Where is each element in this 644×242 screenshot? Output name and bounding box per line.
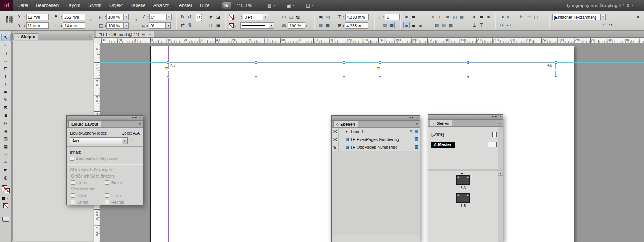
clear-overrides-button[interactable]: □ <box>288 14 294 20</box>
pin-top-checkbox[interactable] <box>71 193 75 198</box>
redo-button[interactable]: ↷ <box>608 22 614 28</box>
masters-scrollbar[interactable] <box>498 127 503 169</box>
effects-menu[interactable]: fx. <box>296 15 300 20</box>
frame-handle[interactable] <box>555 69 557 71</box>
wrap-jump-button[interactable]: ▥ <box>318 22 324 28</box>
frame-handle[interactable] <box>555 61 557 64</box>
panel-menu-icon[interactable]: ≡ <box>89 35 91 39</box>
frame-handle[interactable] <box>555 76 557 78</box>
document-tab[interactable]: *B-1-CS6.indd @ 110 % × <box>96 31 154 37</box>
tab-skripte[interactable]: ◇ Skripte <box>14 33 38 40</box>
wrap-below-button[interactable]: ▦ <box>325 22 331 28</box>
pin-right-checkbox[interactable] <box>105 200 109 204</box>
pages-scrollbar[interactable]: ▲ <box>498 171 503 242</box>
width-field[interactable]: B: ▲▼ 252 mm <box>55 13 85 21</box>
select-content-button[interactable]: ◪ <box>215 14 222 20</box>
rectangle-frame-tool[interactable]: ⊠ <box>1 104 11 111</box>
type-tool[interactable]: T <box>1 73 11 80</box>
rotate-cw-button[interactable]: ↻ <box>179 14 186 20</box>
chevron-down-icon[interactable]: ▼ <box>124 14 129 20</box>
indent-right-button[interactable]: ⇥ <box>499 14 505 20</box>
shear-field[interactable]: ▱ ▲▼ 0° ▼ <box>142 22 171 29</box>
layer-lock-cell[interactable] <box>339 143 344 151</box>
gutter-field[interactable]: ⊞ ▲▼ 4,233 m <box>338 22 368 29</box>
master-row[interactable]: [Ohne] <box>428 129 503 139</box>
close-icon[interactable]: × <box>417 116 418 119</box>
indent-last-line-button[interactable]: ↤ <box>506 22 512 28</box>
layer-visibility-toggle[interactable] <box>332 135 339 143</box>
scale-y-field[interactable]: ◱ ▲▼ 100 % ▼ <box>99 22 129 29</box>
scale-y-input[interactable]: 100 % <box>106 22 124 29</box>
panel-menu-icon[interactable]: ≡ <box>139 122 141 126</box>
stepper-icon[interactable]: ▲▼ <box>383 16 385 19</box>
layer-row[interactable]: TF-EvenPages-Numbering <box>332 135 420 143</box>
pencil-tool[interactable]: ✎ <box>1 96 11 103</box>
text-align-right-button[interactable]: ≡ <box>485 14 491 20</box>
menu-hilfe[interactable]: Hilfe <box>196 0 213 11</box>
indent-first-line-button[interactable]: ↦ <box>499 22 505 28</box>
layer-visibility-toggle[interactable] <box>332 128 339 135</box>
cell-style-3-button[interactable]: ▦ <box>448 22 454 28</box>
liquid-rule-select[interactable]: Aus ▼ <box>70 137 128 144</box>
control-panel-menu-icon[interactable]: ≡ <box>635 14 641 20</box>
chevron-down-icon[interactable]: ▼ <box>166 22 171 29</box>
view-mode-button[interactable] <box>2 217 9 222</box>
page-tool[interactable]: ▯ <box>1 50 11 57</box>
fill-none-swatch[interactable] <box>229 23 234 28</box>
apply-none-button[interactable] <box>3 203 8 208</box>
object-style-button[interactable]: ⊡ <box>281 14 287 20</box>
frame-handle[interactable] <box>379 61 381 64</box>
spread-item[interactable]: AA4-5 <box>456 193 470 208</box>
row-above-button[interactable]: ⊟ <box>438 14 444 20</box>
wrap-none-button[interactable]: ▣ <box>318 14 324 20</box>
frame-handle[interactable] <box>379 76 381 78</box>
stepper-icon[interactable]: ▲▼ <box>24 16 26 19</box>
chevron-down-icon[interactable]: ▼ <box>269 22 274 29</box>
valign-top-text-button[interactable]: ⊥ <box>471 22 477 28</box>
master-row[interactable]: A-Master <box>428 139 503 149</box>
width-input[interactable]: 252 mm <box>63 14 85 20</box>
layer-selected-indicator[interactable] <box>415 145 418 149</box>
select-container-button[interactable]: ◩ <box>208 14 215 20</box>
stepper-icon[interactable]: ▲▼ <box>60 24 62 27</box>
panel-titlebar[interactable]: ◄◄ × <box>428 115 503 120</box>
collapse-panel-icon[interactable]: ◄◄ <box>131 116 137 119</box>
fill-color-well[interactable]: › <box>229 22 236 30</box>
pin-bottom-checkbox[interactable] <box>71 200 75 204</box>
margin-guide[interactable] <box>556 46 556 242</box>
frame-handle[interactable] <box>167 61 169 64</box>
columns-field[interactable]: ◫ ▲▼ 1 <box>378 13 400 21</box>
vertical-align-top-button[interactable]: ▤ <box>381 22 388 28</box>
previous-object-button[interactable]: ◫ <box>208 22 215 28</box>
disclosure-icon[interactable]: ▾ <box>346 130 348 133</box>
stepper-icon[interactable]: ▲▼ <box>241 16 243 19</box>
align-right-button[interactable]: ≡ <box>417 22 424 28</box>
constrain-dimensions-icon[interactable]: ∞ <box>89 19 93 21</box>
stepper-icon[interactable]: ▲▼ <box>342 24 344 27</box>
chevron-down-icon[interactable]: ▼ <box>601 14 606 20</box>
layer-visibility-toggle[interactable] <box>332 143 339 151</box>
spread-item[interactable]: AA2-3 <box>456 175 470 190</box>
gradient-feather-tool[interactable]: ▦ <box>1 143 11 150</box>
close-icon[interactable]: × <box>149 32 151 36</box>
stepper-icon[interactable]: ▲▼ <box>343 16 345 19</box>
close-icon[interactable]: × <box>140 116 141 119</box>
line-tool[interactable]: \ <box>1 81 11 88</box>
stroke-weight-input[interactable]: 0 Pt <box>243 14 263 20</box>
y-position-field[interactable]: Y: ▲▼ 11 mm <box>18 22 49 29</box>
layer-row[interactable]: TF-OddPages-Numbering <box>332 143 420 151</box>
height-input[interactable]: 14 mm <box>63 22 85 29</box>
direct-selection-tool[interactable]: ↖ <box>1 42 11 49</box>
rotation-field[interactable]: ∠ ▲▼ 0° ▼ <box>142 13 172 21</box>
text-frame-inport[interactable] <box>377 67 380 70</box>
panel-menu-icon[interactable]: ≡ <box>499 121 501 125</box>
frame-handle[interactable] <box>255 61 257 64</box>
chevron-down-icon[interactable]: ▼ <box>167 14 172 20</box>
frame-handle[interactable] <box>467 61 469 64</box>
chevron-down-icon[interactable]: ▼ <box>124 22 129 29</box>
view-options-menu[interactable]: ▦ ▼ <box>267 3 275 8</box>
content-collector-tool[interactable]: ⊟ <box>1 65 11 72</box>
frame-handle[interactable] <box>343 76 345 78</box>
formatting-affects-container-button[interactable] <box>2 197 5 200</box>
master-name[interactable]: [Ohne] <box>431 132 444 137</box>
